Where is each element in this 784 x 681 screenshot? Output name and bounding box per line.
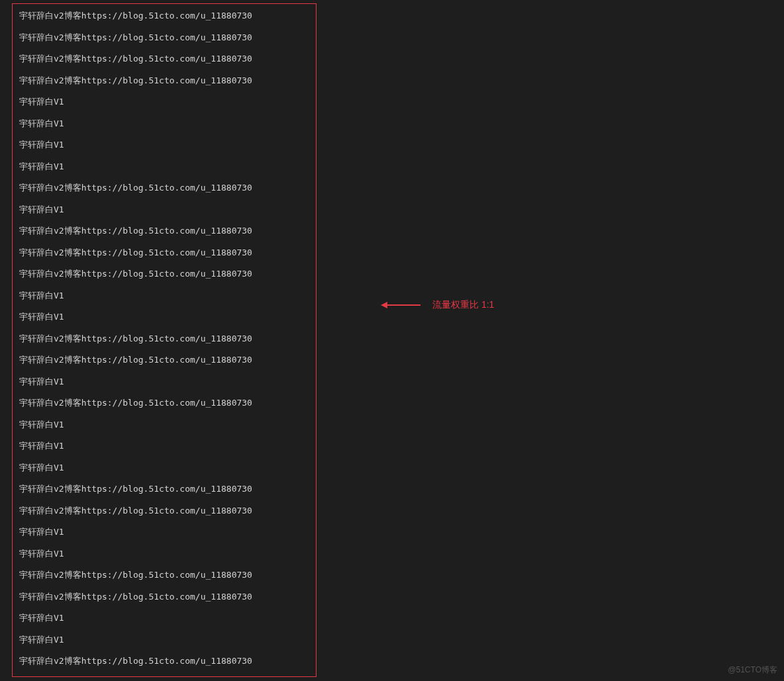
terminal-line: 宇轩辞白V1 — [19, 160, 309, 173]
terminal-line: 宇轩辞白v2博客https://blog.51cto.com/u_1188073… — [19, 655, 309, 668]
annotation-label: 流量权重比 1:1 — [381, 299, 494, 311]
terminal-line: 宇轩辞白v2博客https://blog.51cto.com/u_1188073… — [19, 396, 309, 410]
terminal-line: 宇轩辞白V1 — [19, 289, 309, 302]
terminal-line: 宇轩辞白V1 — [19, 310, 309, 324]
terminal-line: 宇轩辞白V1 — [19, 461, 309, 475]
terminal-line: 宇轩辞白v2博客https://blog.51cto.com/u_1188073… — [19, 332, 309, 345]
terminal-line: 宇轩辞白V1 — [19, 95, 309, 109]
arrow-left-icon — [381, 302, 420, 308]
watermark-text: @51CTO博客 — [728, 664, 777, 676]
terminal-line: 宇轩辞白v2博客https://blog.51cto.com/u_1188073… — [19, 353, 309, 367]
terminal-line: 宇轩辞白v2博客https://blog.51cto.com/u_1188073… — [19, 52, 309, 66]
terminal-line: 宇轩辞白v2博客https://blog.51cto.com/u_1188073… — [19, 246, 309, 259]
terminal-line: 宇轩辞白V1 — [19, 612, 309, 625]
terminal-line: 宇轩辞白V1 — [19, 418, 309, 431]
terminal-line: 宇轩辞白V1 — [19, 117, 309, 130]
terminal-line: 宇轩辞白v2博客https://blog.51cto.com/u_1188073… — [19, 181, 309, 195]
terminal-line: 宇轩辞白v2博客https://blog.51cto.com/u_1188073… — [19, 590, 309, 604]
annotation-text: 流量权重比 1:1 — [432, 299, 494, 311]
terminal-line: 宇轩辞白V1 — [19, 547, 309, 561]
terminal-line: 宇轩辞白V1 — [19, 439, 309, 453]
terminal-line: 宇轩辞白v2博客https://blog.51cto.com/u_1188073… — [19, 267, 309, 281]
terminal-line: 宇轩辞白v2博客https://blog.51cto.com/u_1188073… — [19, 9, 309, 23]
terminal-line: 宇轩辞白v2博客https://blog.51cto.com/u_1188073… — [19, 482, 309, 496]
terminal-line: 宇轩辞白v2博客https://blog.51cto.com/u_1188073… — [19, 568, 309, 582]
terminal-output-box: 宇轩辞白v2博客https://blog.51cto.com/u_1188073… — [12, 3, 317, 677]
terminal-line: 宇轩辞白v2博客https://blog.51cto.com/u_1188073… — [19, 74, 309, 87]
terminal-line: 宇轩辞白V1 — [19, 525, 309, 539]
terminal-line: 宇轩辞白V1 — [19, 203, 309, 216]
terminal-line: 宇轩辞白V1 — [19, 633, 309, 647]
terminal-line: 宇轩辞白v2博客https://blog.51cto.com/u_1188073… — [19, 31, 309, 44]
terminal-line: 宇轩辞白V1 — [19, 138, 309, 152]
terminal-line: 宇轩辞白v2博客https://blog.51cto.com/u_1188073… — [19, 224, 309, 238]
terminal-line: 宇轩辞白v2博客https://blog.51cto.com/u_1188073… — [19, 504, 309, 518]
terminal-line: 宇轩辞白V1 — [19, 375, 309, 388]
